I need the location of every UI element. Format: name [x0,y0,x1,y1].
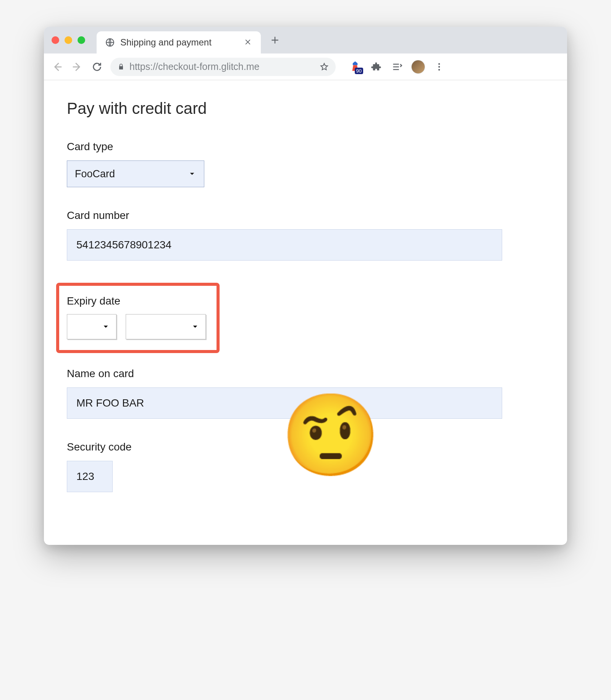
page-content: Pay with credit card Card type FooCard C… [44,80,567,545]
lighthouse-extension-icon[interactable]: 90 [349,60,362,73]
expiry-highlight-box: Expiry date [56,283,220,353]
tab-title: Shipping and payment [120,37,239,48]
globe-icon [105,37,115,47]
card-type-field: Card type FooCard [67,141,544,187]
chevron-down-icon [188,170,196,178]
reload-button[interactable] [91,60,103,73]
star-icon[interactable] [320,62,329,71]
menu-icon[interactable] [433,60,446,73]
card-type-value: FooCard [75,168,115,180]
browser-tab[interactable]: Shipping and payment [97,31,261,53]
expiry-year-select[interactable] [126,314,206,339]
browser-toolbar: https://checkout-form.glitch.me 90 [44,53,567,80]
reading-list-icon[interactable] [391,60,404,73]
card-type-label: Card type [67,141,544,153]
profile-avatar[interactable] [411,60,425,74]
chevron-down-icon [102,322,110,331]
expiry-field: Expiry date [67,283,544,353]
card-number-field: Card number 5412345678901234 [67,209,544,261]
close-window-button[interactable] [52,36,59,44]
close-tab-icon[interactable] [244,38,252,47]
lock-icon [117,63,125,71]
raised-eyebrow-emoji: 🤨 [281,395,381,475]
card-number-input[interactable]: 5412345678901234 [67,229,502,261]
lighthouse-score-badge: 90 [355,68,363,74]
window-controls [52,36,85,44]
svg-point-2 [438,66,440,67]
extensions-icon[interactable] [370,60,383,73]
url-text: https://checkout-form.glitch.me [129,61,315,72]
card-number-value: 5412345678901234 [76,239,171,251]
svg-point-1 [438,63,440,65]
new-tab-button[interactable] [270,35,280,45]
security-code-input[interactable]: 123 [67,461,113,492]
minimize-window-button[interactable] [65,36,72,44]
chevron-down-icon [191,322,199,331]
forward-button[interactable] [71,60,84,73]
address-bar[interactable]: https://checkout-form.glitch.me [110,58,336,76]
security-code-value: 123 [76,470,94,483]
expiry-month-select[interactable] [67,314,116,339]
expiry-label: Expiry date [67,295,206,307]
card-type-select[interactable]: FooCard [67,160,204,187]
page-heading: Pay with credit card [67,99,544,118]
name-on-card-value: MR FOO BAR [76,397,144,409]
name-on-card-label: Name on card [67,368,544,380]
back-button[interactable] [51,60,64,73]
svg-point-3 [438,69,440,70]
tab-strip: Shipping and payment [44,27,567,53]
browser-window: Shipping and payment htt [44,27,567,545]
toolbar-actions: 90 [349,60,446,74]
maximize-window-button[interactable] [78,36,85,44]
card-number-label: Card number [67,209,544,222]
